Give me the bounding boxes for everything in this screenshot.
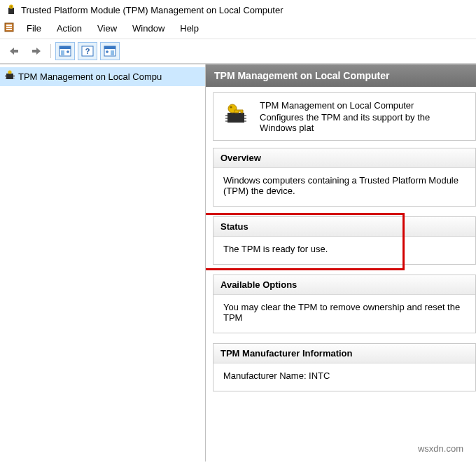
svg-rect-26 bbox=[225, 120, 227, 122]
svg-rect-29 bbox=[244, 120, 246, 122]
toolbar-separator bbox=[50, 44, 51, 58]
svg-rect-6 bbox=[6, 29, 12, 30]
back-button[interactable] bbox=[4, 42, 24, 60]
manufacturer-section: TPM Manufacturer Information Manufacture… bbox=[213, 343, 476, 391]
forward-button[interactable] bbox=[27, 42, 46, 60]
svg-rect-19 bbox=[13, 75, 15, 76]
menu-window[interactable]: Window bbox=[125, 21, 172, 36]
overview-section: Overview Windows computers containing a … bbox=[213, 148, 476, 207]
help-button[interactable]: ? bbox=[78, 42, 97, 60]
tree-item-tpm-management[interactable]: TPM Management on Local Compu bbox=[0, 67, 205, 86]
status-section-wrap: Status The TPM is ready for use. bbox=[206, 216, 476, 265]
svg-rect-24 bbox=[225, 115, 227, 116]
show-hide-action-pane-button[interactable] bbox=[100, 42, 120, 60]
menu-action[interactable]: Action bbox=[50, 21, 89, 36]
svg-rect-18 bbox=[5, 78, 6, 78]
detail-header: TPM Management on Local Computer bbox=[206, 64, 476, 87]
show-hide-tree-button[interactable] bbox=[55, 42, 75, 60]
watermark: wsxdn.com bbox=[418, 443, 463, 454]
svg-rect-4 bbox=[6, 25, 12, 26]
overview-header: Overview bbox=[214, 148, 475, 168]
mmc-icon bbox=[4, 22, 15, 35]
svg-rect-21 bbox=[13, 78, 15, 78]
tpm-key-icon bbox=[222, 100, 250, 130]
toolbar: ? bbox=[0, 39, 476, 64]
status-section: Status The TPM is ready for use. bbox=[213, 216, 476, 265]
svg-rect-13 bbox=[104, 46, 115, 49]
detail-pane: TPM Management on Local Computer TPM Man… bbox=[206, 64, 476, 461]
manufacturer-body: Manufacturer Name: INTC bbox=[214, 363, 475, 391]
svg-rect-28 bbox=[244, 118, 246, 119]
tree-pane: TPM Management on Local Compu bbox=[0, 64, 206, 461]
svg-rect-15 bbox=[6, 74, 13, 79]
svg-rect-5 bbox=[6, 27, 12, 28]
svg-rect-23 bbox=[227, 113, 244, 123]
options-body: You may clear the TPM to remove ownershi… bbox=[214, 295, 475, 333]
title-bar: Trusted Platform Module (TPM) Management… bbox=[0, 0, 476, 20]
menu-help[interactable]: Help bbox=[173, 21, 206, 36]
window-title: Trusted Platform Module (TPM) Management… bbox=[21, 5, 284, 15]
svg-rect-27 bbox=[244, 115, 246, 116]
tree-item-label: TPM Management on Local Compu bbox=[18, 71, 162, 82]
options-header: Available Options bbox=[214, 275, 475, 295]
detail-body: TPM Management on Local Computer Configu… bbox=[206, 92, 476, 391]
options-section: Available Options You may clear the TPM … bbox=[213, 275, 476, 333]
svg-rect-14 bbox=[111, 50, 114, 55]
menu-bar: File Action View Window Help bbox=[0, 20, 476, 39]
tpm-chip-icon bbox=[4, 70, 15, 83]
svg-rect-25 bbox=[225, 118, 227, 119]
content-area: TPM Management on Local Compu TPM Manage… bbox=[0, 64, 476, 461]
intro-block: TPM Management on Local Computer Configu… bbox=[213, 92, 476, 141]
menu-file[interactable]: File bbox=[20, 21, 48, 36]
svg-rect-2 bbox=[10, 6, 12, 8]
intro-description: Configures the TPM and its support by th… bbox=[260, 112, 467, 133]
status-body: The TPM is ready for use. bbox=[214, 237, 475, 264]
svg-rect-20 bbox=[13, 76, 15, 77]
tpm-app-icon bbox=[6, 4, 17, 15]
svg-rect-16 bbox=[5, 75, 6, 76]
overview-body: Windows computers containing a Trusted P… bbox=[214, 168, 475, 206]
svg-point-31 bbox=[230, 106, 232, 108]
svg-rect-9 bbox=[61, 50, 64, 55]
manufacturer-header: TPM Manufacturer Information bbox=[214, 344, 475, 363]
svg-point-22 bbox=[8, 70, 11, 74]
svg-text:?: ? bbox=[85, 47, 90, 55]
menu-view[interactable]: View bbox=[90, 21, 124, 36]
status-header: Status bbox=[214, 217, 475, 237]
svg-rect-17 bbox=[5, 76, 6, 77]
svg-rect-8 bbox=[59, 46, 71, 49]
intro-title: TPM Management on Local Computer bbox=[260, 100, 467, 111]
